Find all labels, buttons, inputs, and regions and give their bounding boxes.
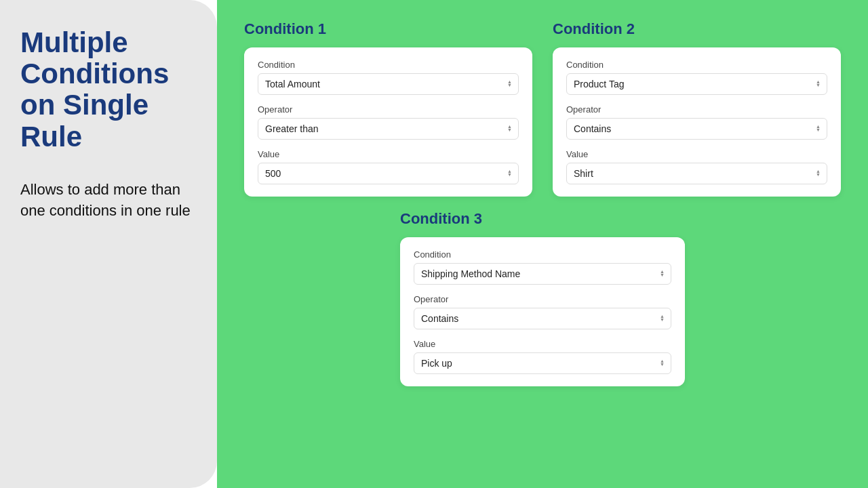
- condition-2-value-select[interactable]: Shirt Pants Shoes Hat: [566, 163, 827, 184]
- condition-3-value-label: Value: [414, 339, 671, 349]
- condition-1-operator-wrapper: Greater than Less than Equals Contains: [258, 118, 519, 140]
- condition-3-condition-label: Condition: [414, 249, 671, 260]
- condition-1-operator-label: Operator: [258, 104, 519, 115]
- condition-2-card: Condition Total Amount Product Tag Shipp…: [553, 47, 841, 197]
- condition-1-value-wrapper: 500 100 200 1000: [258, 163, 519, 184]
- subtitle: Allows to add more than one conditions i…: [20, 180, 197, 222]
- left-panel: Multiple Conditions on Single Rule Allow…: [0, 0, 217, 488]
- condition-1-condition-wrapper: Total Amount Product Tag Shipping Method…: [258, 73, 519, 95]
- condition-1-value-select[interactable]: 500 100 200 1000: [258, 163, 519, 184]
- main-title: Multiple Conditions on Single Rule: [20, 27, 197, 152]
- condition-3-operator-wrapper: Greater than Less than Equals Contains: [414, 308, 671, 329]
- condition-3-section: Condition 3 Condition Total Amount Produ…: [400, 210, 685, 386]
- condition-2-value-label: Value: [566, 149, 827, 159]
- condition-3-condition-wrapper: Total Amount Product Tag Shipping Method…: [414, 263, 671, 285]
- condition-3-operator-label: Operator: [414, 294, 671, 304]
- condition-2-operator-group: Operator Greater than Less than Equals C…: [566, 104, 827, 140]
- condition-1-card: Condition Total Amount Product Tag Shipp…: [244, 47, 532, 197]
- bottom-row: Condition 3 Condition Total Amount Produ…: [244, 210, 841, 386]
- condition-1-value-label: Value: [258, 149, 519, 159]
- condition-2-condition-label: Condition: [566, 60, 827, 70]
- condition-3-operator-group: Operator Greater than Less than Equals C…: [414, 294, 671, 329]
- condition-3-title: Condition 3: [400, 210, 685, 228]
- condition-2-operator-select[interactable]: Greater than Less than Equals Contains: [566, 118, 827, 140]
- condition-2-condition-select[interactable]: Total Amount Product Tag Shipping Method…: [566, 73, 827, 95]
- condition-2-title: Condition 2: [553, 20, 841, 38]
- top-row: Condition 1 Condition Total Amount Produ…: [244, 20, 841, 197]
- condition-2-value-group: Value Shirt Pants Shoes Hat: [566, 149, 827, 184]
- condition-1-value-group: Value 500 100 200 1000: [258, 149, 519, 184]
- condition-2-section: Condition 2 Condition Total Amount Produ…: [553, 20, 841, 197]
- condition-2-operator-wrapper: Greater than Less than Equals Contains: [566, 118, 827, 140]
- condition-1-field-group: Condition Total Amount Product Tag Shipp…: [258, 60, 519, 95]
- condition-3-value-wrapper: Pick up Standard Express Free: [414, 352, 671, 374]
- condition-1-section: Condition 1 Condition Total Amount Produ…: [244, 20, 532, 197]
- condition-2-operator-label: Operator: [566, 104, 827, 115]
- condition-3-condition-select[interactable]: Total Amount Product Tag Shipping Method…: [414, 263, 671, 285]
- condition-1-condition-label: Condition: [258, 60, 519, 70]
- condition-3-card: Condition Total Amount Product Tag Shipp…: [400, 237, 685, 386]
- condition-3-value-select[interactable]: Pick up Standard Express Free: [414, 352, 671, 374]
- condition-1-operator-select[interactable]: Greater than Less than Equals Contains: [258, 118, 519, 140]
- condition-1-condition-select[interactable]: Total Amount Product Tag Shipping Method…: [258, 73, 519, 95]
- condition-1-operator-group: Operator Greater than Less than Equals C…: [258, 104, 519, 140]
- condition-3-operator-select[interactable]: Greater than Less than Equals Contains: [414, 308, 671, 329]
- condition-2-condition-wrapper: Total Amount Product Tag Shipping Method…: [566, 73, 827, 95]
- condition-2-field-group: Condition Total Amount Product Tag Shipp…: [566, 60, 827, 95]
- condition-1-title: Condition 1: [244, 20, 532, 38]
- condition-3-field-group: Condition Total Amount Product Tag Shipp…: [414, 249, 671, 285]
- right-panel: Condition 1 Condition Total Amount Produ…: [217, 0, 868, 488]
- condition-2-value-wrapper: Shirt Pants Shoes Hat: [566, 163, 827, 184]
- condition-3-value-group: Value Pick up Standard Express Free: [414, 339, 671, 374]
